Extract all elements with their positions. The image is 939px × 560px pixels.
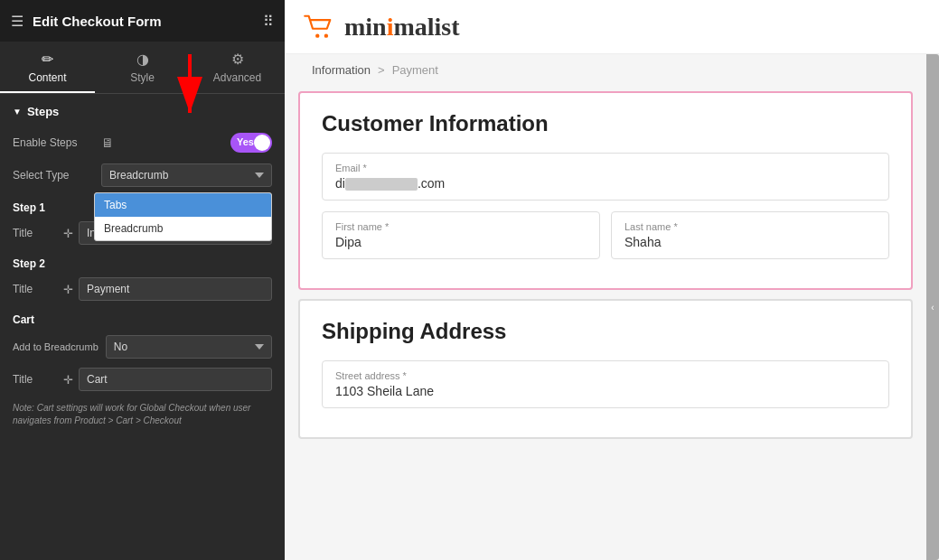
tab-advanced[interactable]: ⚙ Advanced	[190, 42, 285, 93]
cart-title-input[interactable]	[79, 368, 272, 391]
grid-icon[interactable]: ⠿	[263, 13, 274, 30]
main-area: Information > Payment Customer Informati…	[285, 54, 939, 560]
toggle-yes-label: Yes	[237, 136, 254, 147]
panel-header: ☰ Edit Checkout Form ⠿	[0, 0, 285, 42]
hamburger-icon[interactable]: ☰	[11, 13, 23, 30]
breadcrumb-information[interactable]: Information	[312, 63, 371, 77]
main-content: Information > Payment Customer Informati…	[285, 54, 926, 560]
dropdown-item-tabs[interactable]: Tabs	[95, 193, 271, 217]
step2-title-input[interactable]	[79, 277, 272, 301]
logo-text: minimalist	[344, 13, 460, 42]
customer-info-section: Customer Information Email * di.com Firs…	[298, 91, 913, 290]
svg-point-2	[315, 33, 319, 37]
section-collapse-icon: ▼	[13, 107, 22, 117]
breadcrumb-payment: Payment	[392, 63, 438, 77]
cart-move-icon: ✛	[63, 373, 73, 387]
collapse-panel-button[interactable]: ‹	[926, 54, 939, 560]
first-name-field: First name * Dipa	[322, 211, 600, 259]
steps-label: Steps	[27, 105, 59, 118]
left-panel: ☰ Edit Checkout Form ⠿ ✏ Content ◑ Style…	[0, 0, 285, 560]
email-label: Email *	[335, 163, 876, 173]
shipping-title: Shipping Address	[322, 319, 889, 344]
last-name-value: Shaha	[624, 235, 876, 249]
select-type-label: Select Type	[13, 169, 94, 182]
first-name-value: Dipa	[335, 235, 587, 249]
svg-point-3	[324, 33, 328, 37]
street-label: Street address *	[335, 370, 876, 381]
add-to-breadcrumb-row: Add to Breadcrumb No Yes	[0, 330, 285, 364]
cart-label: Cart	[0, 304, 285, 330]
toggle-knob	[254, 135, 270, 151]
step1-move-icon: ✛	[63, 227, 73, 240]
gear-icon: ⚙	[231, 51, 244, 68]
top-bar: minimalist	[285, 0, 939, 54]
dropdown-popup: Tabs Breadcrumb	[94, 192, 272, 241]
step1-title-label: Title	[13, 227, 58, 239]
enable-steps-label: Enable Steps	[13, 136, 94, 149]
step2-move-icon: ✛	[63, 283, 73, 296]
collapse-icon: ‹	[931, 303, 934, 313]
tab-style[interactable]: ◑ Style	[95, 42, 190, 93]
panel-content: ▼ Steps Enable Steps 🖥 Yes Select Type T…	[0, 94, 285, 560]
cart-logo-icon	[303, 14, 335, 40]
breadcrumb: Information > Payment	[285, 54, 926, 82]
email-value: di.com	[335, 176, 876, 191]
dropdown-item-breadcrumb[interactable]: Breadcrumb	[95, 217, 271, 240]
steps-section-header: ▼ Steps	[0, 94, 285, 127]
street-address-field: Street address * 1103 Sheila Lane	[322, 360, 889, 408]
first-name-label: First name *	[335, 221, 587, 232]
enable-steps-row: Enable Steps 🖥 Yes	[0, 127, 285, 158]
panel-title: Edit Checkout Form	[33, 14, 162, 29]
select-type-dropdown[interactable]: Tabs Breadcrumb	[101, 163, 272, 187]
add-to-breadcrumb-label: Add to Breadcrumb	[13, 341, 99, 352]
monitor-icon: 🖥	[101, 135, 114, 150]
cart-note: Note: Cart settings will work for Global…	[0, 395, 285, 434]
last-name-label: Last name *	[624, 221, 876, 232]
customer-info-title: Customer Information	[322, 111, 889, 136]
cart-title-label: Title	[13, 373, 58, 386]
step2-title-row: Title ✛	[0, 274, 285, 304]
cart-title-row: Title ✛	[0, 364, 285, 395]
tab-bar: ✏ Content ◑ Style ⚙ Advanced	[0, 42, 285, 94]
step2-label: Step 2	[0, 248, 285, 274]
toggle-switch[interactable]: Yes	[230, 133, 272, 153]
shipping-section: Shipping Address Street address * 1103 S…	[298, 299, 913, 439]
name-fields-row: First name * Dipa Last name * Shaha	[322, 211, 889, 270]
last-name-field: Last name * Shaha	[611, 211, 889, 259]
halfcircle-icon: ◑	[136, 51, 149, 68]
pencil-icon: ✏	[42, 51, 53, 68]
street-value: 1103 Sheila Lane	[335, 384, 876, 398]
right-panel: minimalist Information > Payment Custome…	[285, 0, 939, 560]
email-field: Email * di.com	[322, 153, 889, 201]
breadcrumb-arrow-icon: >	[378, 63, 385, 77]
add-to-breadcrumb-select[interactable]: No Yes	[106, 335, 272, 359]
tab-content[interactable]: ✏ Content	[0, 42, 95, 93]
enable-steps-toggle[interactable]: Yes	[230, 133, 272, 153]
step2-title-label: Title	[13, 283, 58, 295]
select-type-row: Select Type Tabs Breadcrumb Tabs Breadcr…	[0, 158, 285, 192]
